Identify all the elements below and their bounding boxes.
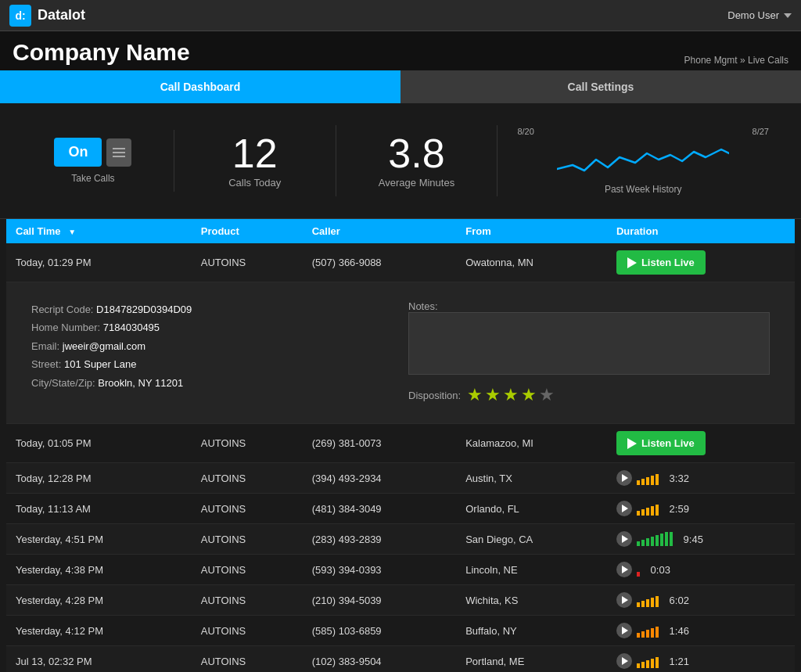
chart-date-start: 8/20 [517, 127, 533, 136]
cell-caller: (507) 366-9088 [303, 243, 457, 282]
table-row[interactable]: Today, 01:05 PM AUTOINS (269) 381-0073 K… [6, 424, 795, 463]
star-filled[interactable]: ★ [503, 385, 519, 405]
star-filled[interactable]: ★ [467, 385, 483, 405]
cell-caller: (210) 394-5039 [303, 585, 457, 616]
company-name: Company Name [13, 39, 190, 66]
chevron-down-icon [784, 13, 792, 18]
duration-cell: 9:45 [616, 531, 785, 547]
col-caller: Caller [303, 219, 457, 243]
cell-call-time: Yesterday, 4:51 PM [6, 524, 192, 555]
cell-duration: Listen Live [607, 424, 795, 463]
cell-caller: (394) 493-2934 [303, 463, 457, 494]
table-header: Call Time ▼ Product Caller From Duration [6, 219, 795, 243]
user-label: Demo User [727, 9, 779, 21]
cell-call-time: Jul 13, 02:32 PM [6, 646, 192, 673]
stats-row: On Take Calls 12 Calls Today 3.8 Average… [0, 103, 801, 219]
play-icon [627, 257, 637, 268]
cell-from: Wichita, KS [456, 585, 607, 616]
tabs-bar: Call Dashboard Call Settings [0, 70, 801, 103]
listen-live-button[interactable]: Listen Live [616, 250, 706, 275]
tab-call-settings[interactable]: Call Settings [400, 70, 801, 103]
cell-from: Orlando, FL [456, 494, 607, 524]
cell-duration: 3:32 [607, 463, 795, 494]
play-button-small[interactable] [616, 501, 632, 516]
page-header: Company Name Phone Mgmt » Live Calls [0, 31, 801, 70]
play-small-icon [622, 474, 628, 482]
duration-cell: 6:02 [616, 592, 785, 608]
cell-from: Kalamazoo, MI [456, 424, 607, 463]
duration-cell: 1:21 [616, 653, 785, 669]
table-row[interactable]: Today, 11:13 AM AUTOINS (481) 384-3049 O… [6, 494, 795, 524]
duration-text: 2:59 [664, 503, 689, 515]
chart-dates: 8/20 8/27 [513, 127, 773, 136]
play-small-icon [622, 535, 628, 543]
expanded-notes: Notes: Disposition: ★★★★★ [408, 300, 770, 405]
cell-caller: (283) 493-2839 [303, 524, 457, 555]
table-body: Today, 01:29 PM AUTOINS (507) 366-9088 O… [6, 243, 795, 672]
col-from: From [456, 219, 607, 243]
cell-duration: 2:59 [607, 494, 795, 524]
play-small-icon [622, 657, 628, 665]
play-button-small[interactable] [616, 592, 632, 608]
city-label: City/State/Zip: [31, 377, 95, 389]
cell-caller: (481) 384-3049 [303, 494, 457, 524]
play-small-icon [622, 627, 628, 634]
calls-today-block: 12 Calls Today [174, 125, 336, 196]
top-nav: d: Datalot Demo User [0, 0, 801, 31]
home-number-label: Home Number: [31, 322, 100, 333]
toggle-settings-button[interactable] [106, 138, 131, 167]
cell-call-time: Yesterday, 4:28 PM [6, 585, 192, 616]
listen-live-button[interactable]: Listen Live [616, 431, 706, 455]
star-filled[interactable]: ★ [485, 385, 501, 405]
cell-call-time: Yesterday, 4:38 PM [6, 555, 192, 585]
duration-text: 3:32 [664, 473, 689, 484]
cell-caller: (585) 103-6859 [303, 616, 457, 646]
tab-call-dashboard[interactable]: Call Dashboard [0, 70, 400, 103]
cell-call-time: Today, 01:05 PM [6, 424, 192, 463]
star-empty[interactable]: ★ [539, 385, 555, 405]
play-button-small[interactable] [616, 531, 632, 547]
cell-product: AUTOINS [192, 424, 303, 463]
take-calls-block: On Take Calls [13, 130, 174, 192]
email-label: Email: [31, 340, 59, 352]
cell-product: AUTOINS [192, 585, 303, 616]
duration-text: 6:02 [664, 595, 689, 606]
avg-minutes-label: Average Minutes [379, 177, 454, 189]
cell-duration: 0:03 [607, 555, 795, 585]
cell-product: AUTOINS [192, 494, 303, 524]
cell-duration: Listen Live [607, 243, 795, 282]
expanded-cell: Recript Code: D1847829D0394D09 Home Numb… [6, 282, 795, 424]
table-row[interactable]: Today, 01:29 PM AUTOINS (507) 366-9088 O… [6, 243, 795, 282]
play-button-small[interactable] [616, 470, 632, 486]
calls-today-label: Calls Today [228, 177, 281, 189]
notes-textarea[interactable] [408, 312, 770, 375]
cell-product: AUTOINS [192, 243, 303, 282]
cell-call-time: Today, 01:29 PM [6, 243, 192, 282]
col-duration: Duration [607, 219, 795, 243]
table-row[interactable]: Yesterday, 4:28 PM AUTOINS (210) 394-503… [6, 585, 795, 616]
take-calls-label: Take Calls [71, 173, 114, 184]
cell-call-time: Today, 11:13 AM [6, 494, 192, 524]
play-button-small[interactable] [616, 562, 632, 577]
call-table-wrapper: Call Time ▼ Product Caller From Duration… [0, 219, 801, 672]
notes-label: Notes: [408, 300, 438, 312]
table-row[interactable]: Yesterday, 4:38 PM AUTOINS (593) 394-039… [6, 555, 795, 585]
chart-svg [557, 138, 729, 181]
play-button-small[interactable] [616, 653, 632, 669]
cell-from: Buffalo, NY [456, 616, 607, 646]
user-menu[interactable]: Demo User [727, 9, 792, 21]
breadcrumb: Phone Mgmt » Live Calls [684, 55, 788, 66]
table-row[interactable]: Jul 13, 02:32 PM AUTOINS (102) 383-9504 … [6, 646, 795, 673]
cell-caller: (102) 383-9504 [303, 646, 457, 673]
table-row[interactable]: Yesterday, 4:51 PM AUTOINS (283) 493-283… [6, 524, 795, 555]
star-filled[interactable]: ★ [521, 385, 537, 405]
toggle-on-button[interactable]: On [54, 138, 102, 167]
col-call-time[interactable]: Call Time ▼ [6, 219, 192, 243]
cell-from: Lincoln, NE [456, 555, 607, 585]
table-row[interactable]: Yesterday, 4:12 PM AUTOINS (585) 103-685… [6, 616, 795, 646]
table-row[interactable]: Today, 12:28 PM AUTOINS (394) 493-2934 A… [6, 463, 795, 494]
duration-text: 0:03 [645, 564, 670, 576]
play-button-small[interactable] [616, 623, 632, 638]
cell-duration: 1:21 [607, 646, 795, 673]
street-label: Street: [31, 358, 61, 370]
